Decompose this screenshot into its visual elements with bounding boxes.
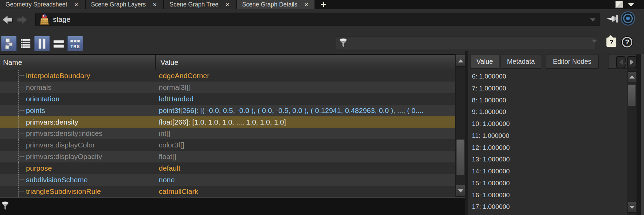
toolbar-columns-button[interactable] (34, 36, 50, 51)
pane-layout-icon[interactable] (615, 1, 623, 8)
value-list-item[interactable]: 12: 1.000000 (468, 142, 627, 154)
toolbar-rows-button[interactable] (51, 36, 67, 51)
attribute-rows: interpolateBoundary edgeAndCorner normal… (0, 70, 455, 197)
tabs-scroll-right-button[interactable] (627, 56, 636, 68)
value-list-item[interactable]: 17: 1.000000 (468, 201, 627, 213)
attribute-name: primvars:displayOpacity (26, 151, 102, 162)
nav-back-button[interactable] (1, 14, 15, 26)
attribute-row[interactable]: orientation leftHanded (0, 93, 455, 105)
forward-arrow-icon (16, 14, 29, 26)
toolbar-hierarchy-button[interactable] (1, 36, 17, 51)
attribute-name: primvars:density (26, 116, 78, 128)
attribute-row[interactable]: triangleSubdivisionRule catmullClark (0, 186, 455, 197)
path-bar (0, 9, 644, 28)
value-list-item[interactable]: 15: 1.000000 (468, 177, 627, 189)
down-arrow-icon (629, 206, 635, 209)
path-input[interactable] (53, 15, 600, 24)
attribute-row[interactable]: subdivisionScheme none (0, 174, 455, 186)
tree-line-horizontal (19, 180, 25, 180)
column-divider[interactable] (155, 55, 156, 70)
pane-tab-scene-graph-details[interactable]: Scene Graph Details ✕ (237, 0, 314, 9)
value-list-item[interactable]: 18: 1.000000 (468, 213, 627, 215)
value-list-item[interactable]: 6: 1.000000 (468, 71, 627, 83)
value-list: 6: 1.0000007: 1.0000008: 1.0000009: 1.00… (468, 69, 627, 215)
attribute-row[interactable]: primvars:displayOpacity float[] (0, 151, 455, 162)
filter-field[interactable] (336, 37, 596, 49)
concentric-circles-icon (620, 11, 636, 26)
tooltip-help-button[interactable]: ? (606, 38, 616, 47)
tab-close-icon[interactable]: ✕ (225, 2, 230, 8)
attribute-value: point3f[266]: [( -0.0, 0.5, -0.0 ), ( 0.… (159, 105, 454, 116)
value-list-item[interactable]: 13: 1.000000 (468, 154, 627, 166)
scroll-down-button[interactable] (628, 202, 636, 213)
scrollbar-thumb[interactable] (456, 139, 465, 175)
network-path-field[interactable] (35, 13, 600, 26)
detail-tab-value[interactable]: Value (470, 55, 499, 69)
back-arrow-icon (1, 14, 13, 26)
filter-dropdown-icon[interactable] (592, 40, 597, 43)
filter-input[interactable] (349, 39, 596, 47)
tree-line-horizontal (19, 145, 25, 145)
tab-close-icon[interactable]: ✕ (74, 2, 79, 8)
value-list-item[interactable]: 14: 1.000000 (468, 166, 627, 177)
pane-tab-scene-graph-tree[interactable]: Scene Graph Tree ✕ (164, 0, 236, 9)
value-list-item[interactable]: 16: 1.000000 (468, 189, 627, 201)
pane-tab-scene-graph-layers[interactable]: Scene Graph Layers ✕ (86, 0, 163, 9)
pane-tab-geometry-spreadsheet[interactable]: Geometry Spreadsheet ✕ (0, 0, 85, 9)
attribute-name: normals (26, 82, 52, 93)
table-scrollbar[interactable] (455, 54, 465, 197)
help-button[interactable]: ? (622, 37, 632, 47)
attribute-value: edgeAndCorner (159, 70, 454, 82)
column-header-name[interactable]: Name (3, 55, 22, 70)
attribute-row[interactable]: primvars:displayColor color3f[] (0, 139, 455, 151)
list-icon (20, 38, 31, 49)
toolbar-list-button[interactable] (18, 36, 33, 51)
detail-scrollbar[interactable] (627, 69, 636, 215)
viewport-sync-button[interactable] (620, 11, 636, 28)
scrollbar-thumb[interactable] (628, 84, 636, 106)
attribute-row[interactable]: normals normal3f[] (0, 82, 455, 93)
value-list-item[interactable]: 7: 1.000000 (468, 83, 627, 95)
tab-label: Scene Graph Layers (91, 1, 146, 8)
attribute-row[interactable]: points point3f[266]: [( -0.0, 0.5, -0.0 … (0, 105, 455, 116)
attribute-row[interactable]: primvars:density float[266]: [1.0, 1.0, … (0, 116, 455, 128)
attribute-name: primvars:displayColor (26, 139, 95, 151)
tree-line-horizontal (19, 191, 25, 191)
scroll-up-button[interactable] (628, 71, 636, 82)
attribute-name: points (26, 105, 45, 116)
path-dropdown-icon[interactable] (590, 18, 596, 22)
tab-label: Scene Graph Tree (170, 1, 219, 8)
attribute-row[interactable]: purpose default (0, 162, 455, 174)
bottom-filter-button[interactable] (1, 201, 9, 212)
tree-line-horizontal (19, 110, 25, 111)
tab-close-icon[interactable]: ✕ (153, 2, 157, 8)
right-edge-divider[interactable] (641, 54, 644, 215)
detail-tab-metadata[interactable]: Metadata (501, 55, 541, 69)
toolbar-trs-button[interactable]: TRS (67, 36, 83, 51)
scroll-up-button[interactable] (456, 55, 465, 67)
column-header-value[interactable]: Value (160, 55, 178, 70)
value-list-item[interactable]: 8: 1.000000 (468, 95, 627, 106)
tabs-scroll-left-button[interactable] (616, 56, 626, 68)
tree-line-horizontal (19, 75, 25, 76)
attribute-value: default (159, 162, 454, 174)
value-list-item[interactable]: 10: 1.000000 (468, 118, 627, 130)
pane-menu-dropdown-icon[interactable] (628, 3, 634, 6)
attribute-value: color3f[] (159, 139, 454, 151)
attribute-row[interactable]: primvars:density:indices int[] (0, 128, 455, 139)
attribute-name: subdivisionScheme (26, 174, 88, 186)
detail-tab-editor-nodes[interactable]: Editor Nodes (546, 55, 599, 69)
scroll-down-button[interactable] (456, 185, 465, 197)
value-list-item[interactable]: 9: 1.000000 (468, 106, 627, 118)
pushpin-icon (606, 14, 620, 24)
new-tab-button[interactable]: + (316, 0, 331, 9)
tab-close-icon[interactable]: ✕ (304, 2, 309, 8)
attribute-name: purpose (26, 162, 52, 174)
pin-button[interactable] (606, 14, 620, 25)
attribute-row[interactable]: interpolateBoundary edgeAndCorner (0, 70, 455, 82)
nav-forward-button[interactable] (16, 14, 30, 26)
value-list-item[interactable]: 11: 1.000000 (468, 130, 627, 142)
tree-line-horizontal (19, 122, 25, 122)
pane-divider[interactable] (465, 51, 468, 215)
up-arrow-icon (629, 75, 635, 78)
